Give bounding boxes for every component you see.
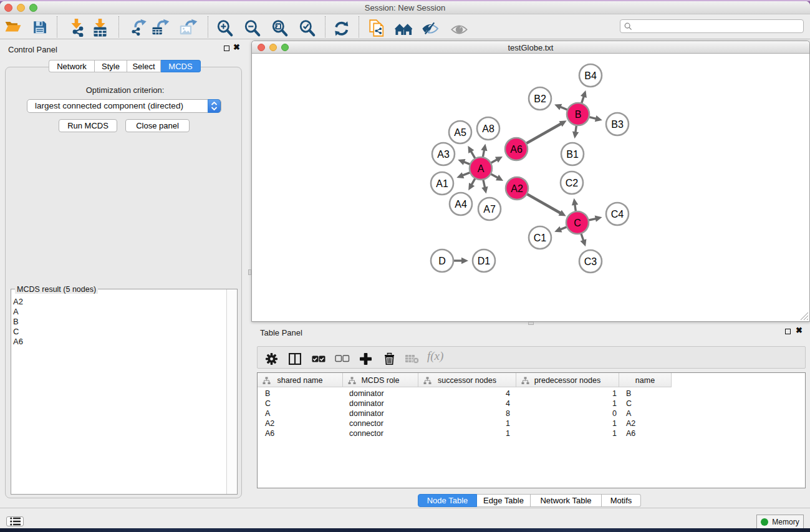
svg-text:C: C: [574, 218, 581, 228]
svg-text:A: A: [478, 163, 485, 174]
svg-text:A5: A5: [454, 127, 466, 138]
svg-text:C1: C1: [534, 233, 547, 243]
svg-text:B: B: [575, 109, 582, 120]
svg-text:D: D: [438, 256, 446, 266]
svg-text:C3: C3: [584, 256, 597, 267]
svg-text:A8: A8: [482, 123, 494, 134]
svg-text:A6: A6: [510, 144, 523, 155]
svg-text:A2: A2: [511, 183, 523, 194]
svg-text:C2: C2: [566, 178, 579, 188]
svg-text:A7: A7: [483, 204, 496, 215]
svg-text:B2: B2: [534, 94, 546, 104]
svg-text:D1: D1: [478, 256, 491, 266]
svg-text:A3: A3: [437, 149, 450, 160]
svg-text:C4: C4: [611, 209, 624, 220]
svg-text:B1: B1: [566, 149, 579, 160]
svg-text:B4: B4: [584, 70, 597, 81]
svg-text:B3: B3: [611, 119, 624, 130]
svg-text:A1: A1: [436, 178, 448, 189]
svg-text:A4: A4: [455, 199, 467, 210]
